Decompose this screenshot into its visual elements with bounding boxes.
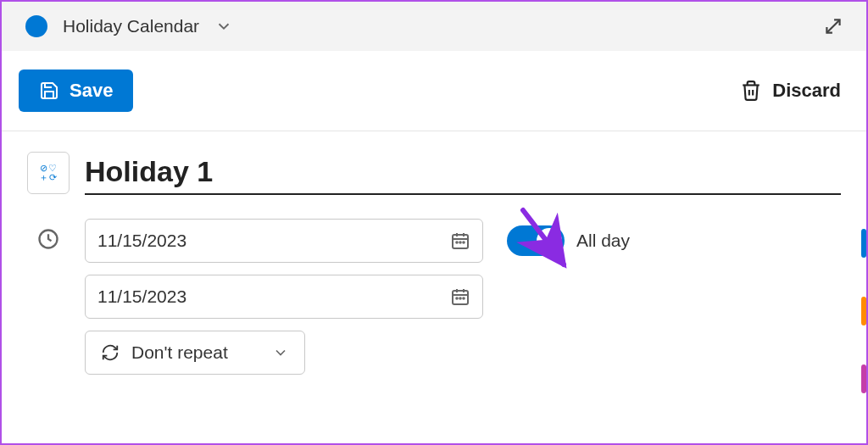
toolbar: Save Discard	[2, 51, 866, 131]
svg-line-0	[826, 19, 839, 32]
event-form: ⊘♡＋⟳ 11/15/2023 All day	[2, 131, 866, 375]
repeat-icon	[101, 343, 120, 362]
repeat-label: Don't repeat	[131, 342, 228, 363]
event-title-input[interactable]	[85, 150, 841, 195]
svg-point-13	[456, 298, 458, 299]
end-date-value: 11/15/2023	[97, 286, 186, 307]
save-button-label: Save	[70, 80, 113, 102]
calendar-color-dot	[25, 15, 47, 37]
chevron-down-icon	[272, 344, 289, 361]
calendar-icon	[450, 231, 470, 251]
all-day-toggle[interactable]	[507, 225, 565, 256]
svg-point-7	[459, 242, 461, 243]
discard-button-label: Discard	[772, 80, 841, 102]
expand-icon[interactable]	[817, 10, 849, 42]
emoji-picker-button[interactable]: ⊘♡＋⟳	[27, 152, 70, 194]
edge-accent	[861, 364, 866, 393]
end-date-field[interactable]: 11/15/2023	[85, 275, 483, 319]
clock-icon	[27, 219, 70, 251]
svg-point-14	[459, 298, 461, 299]
calendar-header: Holiday Calendar	[2, 2, 866, 51]
trash-icon	[740, 80, 762, 102]
svg-point-8	[463, 242, 465, 243]
svg-point-15	[463, 298, 465, 299]
edge-accent	[861, 229, 866, 258]
svg-point-6	[456, 242, 458, 243]
save-icon	[39, 81, 59, 101]
save-button[interactable]: Save	[19, 70, 133, 112]
repeat-dropdown[interactable]: Don't repeat	[85, 331, 305, 375]
start-date-field[interactable]: 11/15/2023	[85, 219, 483, 263]
chevron-down-icon[interactable]	[214, 17, 233, 36]
discard-button[interactable]: Discard	[740, 80, 841, 102]
edge-accent	[861, 297, 866, 325]
calendar-icon	[450, 286, 470, 307]
start-date-value: 11/15/2023	[97, 231, 186, 251]
all-day-label: All day	[576, 231, 630, 251]
calendar-name[interactable]: Holiday Calendar	[63, 16, 199, 36]
emoji-grid-icon: ⊘♡＋⟳	[39, 164, 58, 182]
